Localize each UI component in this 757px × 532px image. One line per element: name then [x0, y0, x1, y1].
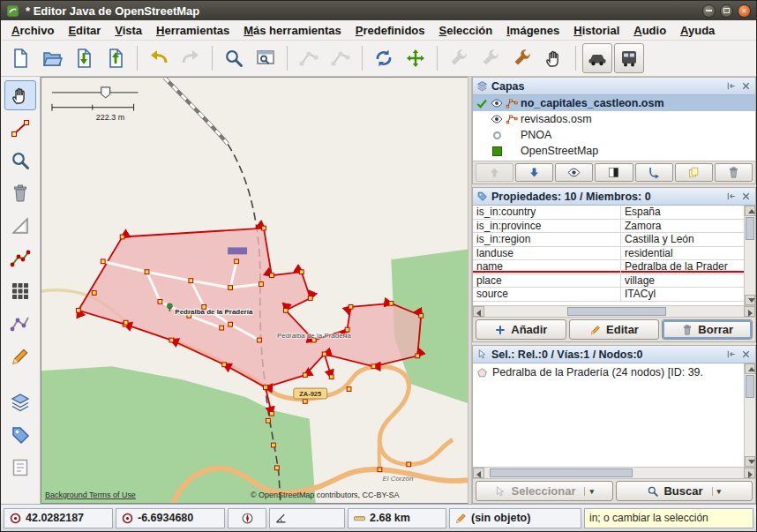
layer-opacity-button[interactable] [595, 163, 633, 182]
edit-tag-button[interactable]: Editar [569, 319, 660, 340]
scroll-left-arrow[interactable] [473, 306, 484, 317]
layer-up-button[interactable] [476, 163, 513, 182]
horizontal-scrollbar[interactable] [473, 467, 755, 478]
layer-row-active[interactable]: no_capitales_castleon.osm [473, 95, 755, 111]
select-tool[interactable] [4, 80, 36, 110]
tag-row[interactable]: landuseresidential [473, 247, 744, 261]
dock-icon[interactable] [725, 191, 737, 202]
menu-predefinidos[interactable]: Predefinidos [349, 20, 432, 41]
imagery-layer-icon[interactable] [492, 146, 502, 156]
menu-seleccion[interactable]: Selección [432, 20, 500, 41]
tag-row[interactable]: is_in:provinceZamora [473, 220, 744, 234]
map-canvas[interactable]: Pedralba de la Pradería Pedralba de la P… [41, 77, 468, 504]
scroll-thumb[interactable] [567, 307, 666, 316]
menu-ayuda[interactable]: Ayuda [673, 20, 722, 41]
select-objects-button[interactable]: Seleccionar▾ [476, 481, 613, 501]
scroll-up-arrow[interactable] [745, 363, 755, 374]
map-svg[interactable]: Pedralba de la Pradería Pedralba de la P… [41, 78, 468, 503]
menu-historial[interactable]: Historial [566, 20, 626, 41]
tag-row[interactable]: is_in:countryEspaña [473, 206, 744, 220]
unglue-ways-button[interactable] [294, 43, 324, 73]
layer-merge-button[interactable] [635, 163, 673, 182]
zoom-tool[interactable] [4, 146, 36, 176]
annotation-tool[interactable] [4, 341, 36, 371]
search-button[interactable]: Buscar▾ [616, 481, 753, 501]
menu-editar[interactable]: Editar [61, 20, 108, 41]
merge-nodes-button[interactable] [326, 43, 356, 73]
tools-button[interactable] [476, 43, 506, 73]
improve-way-accuracy-tool[interactable] [4, 309, 36, 339]
vertical-scrollbar[interactable] [744, 363, 755, 467]
move-elements-button[interactable] [401, 43, 431, 73]
layer-down-button[interactable] [515, 163, 553, 182]
adjust-imagery-button[interactable] [444, 43, 474, 73]
horizontal-scrollbar[interactable] [473, 305, 755, 317]
dropdown-caret[interactable]: ▾ [584, 487, 594, 496]
tags-dialog-toggle[interactable] [4, 420, 36, 450]
delete-tool[interactable] [4, 178, 36, 208]
upload-data-button[interactable] [101, 43, 131, 73]
add-tag-button[interactable]: Añadir [476, 319, 566, 340]
visibility-eye-icon[interactable] [491, 113, 503, 125]
close-icon[interactable] [740, 191, 752, 202]
extrude-tool[interactable] [4, 211, 36, 241]
layer-row[interactable]: revisados.osm [473, 111, 755, 127]
menu-audio[interactable]: Audio [626, 20, 673, 41]
layer-visibility-button[interactable] [555, 163, 593, 182]
tag-row[interactable]: is_in:regionCastilla y León [473, 233, 744, 247]
vertical-scrollbar[interactable] [744, 206, 755, 305]
visibility-eye-icon[interactable] [491, 97, 503, 109]
layer-row[interactable]: OpenStreetMap [473, 143, 755, 159]
scroll-right-arrow[interactable] [744, 306, 755, 317]
undo-button[interactable] [144, 43, 174, 73]
tag-row[interactable]: placevillage [473, 274, 744, 288]
redo-button[interactable] [176, 43, 206, 73]
building-tool[interactable] [4, 276, 36, 306]
scroll-up-arrow[interactable] [745, 206, 755, 216]
menu-archivo[interactable]: Archivo [4, 20, 61, 41]
routing-bus-button[interactable] [614, 43, 644, 73]
close-button[interactable]: × [738, 4, 751, 18]
draw-way-tool[interactable] [4, 113, 36, 143]
close-icon[interactable] [740, 80, 752, 92]
minimize-button[interactable] [702, 4, 716, 18]
update-data-button[interactable] [369, 43, 399, 73]
background-terms-link[interactable]: Background Terms of Use [45, 491, 136, 499]
zoom-dialog-button[interactable] [251, 43, 281, 73]
zoom-to-selection-button[interactable] [219, 43, 249, 73]
tag-row[interactable]: sourceITACyl [473, 288, 744, 302]
scroll-down-arrow[interactable] [745, 295, 755, 305]
menu-imagenes[interactable]: Imágenes [499, 20, 566, 41]
menu-mas-herramientas[interactable]: Más herramientas [236, 20, 349, 41]
layer-duplicate-button[interactable] [675, 163, 713, 182]
utility-tool-button[interactable] [507, 43, 537, 73]
scroll-left-arrow[interactable] [473, 468, 484, 478]
titlebar[interactable]: * Editor Java de OpenStreetMap × [1, 1, 756, 20]
menu-vista[interactable]: Vista [108, 20, 149, 41]
layer-row[interactable]: PNOA [473, 127, 755, 143]
filter-dialog-toggle[interactable] [4, 453, 36, 483]
maximize-button[interactable] [720, 4, 733, 18]
tag-row-name-highlighted[interactable]: namePedralba de la Prader [473, 260, 744, 274]
scroll-down-arrow[interactable] [745, 456, 755, 467]
selected-object-item[interactable]: Pedralba de la Pradería (24 nodos) [ID: … [476, 366, 740, 378]
dock-icon[interactable] [725, 80, 737, 92]
new-layer-button[interactable] [5, 43, 35, 73]
dock-icon[interactable] [725, 348, 737, 360]
menu-herramientas[interactable]: Herramientas [149, 20, 236, 41]
download-data-button[interactable] [69, 43, 99, 73]
scroll-thumb[interactable] [746, 217, 754, 240]
scroll-thumb[interactable] [746, 375, 754, 398]
layer-delete-button[interactable] [715, 163, 753, 182]
hidden-layer-icon[interactable] [493, 131, 501, 139]
scroll-right-arrow[interactable] [744, 468, 755, 478]
layers-dialog-toggle[interactable] [4, 387, 36, 417]
open-file-button[interactable] [37, 43, 67, 73]
pan-hand-button[interactable] [539, 43, 569, 73]
dropdown-caret[interactable]: ▾ [712, 487, 722, 496]
close-icon[interactable] [740, 348, 752, 360]
routing-car-button[interactable] [582, 43, 612, 73]
delete-tag-button[interactable]: Borrar [662, 319, 753, 340]
scroll-thumb[interactable] [490, 468, 633, 477]
parallel-way-tool[interactable] [4, 244, 36, 273]
